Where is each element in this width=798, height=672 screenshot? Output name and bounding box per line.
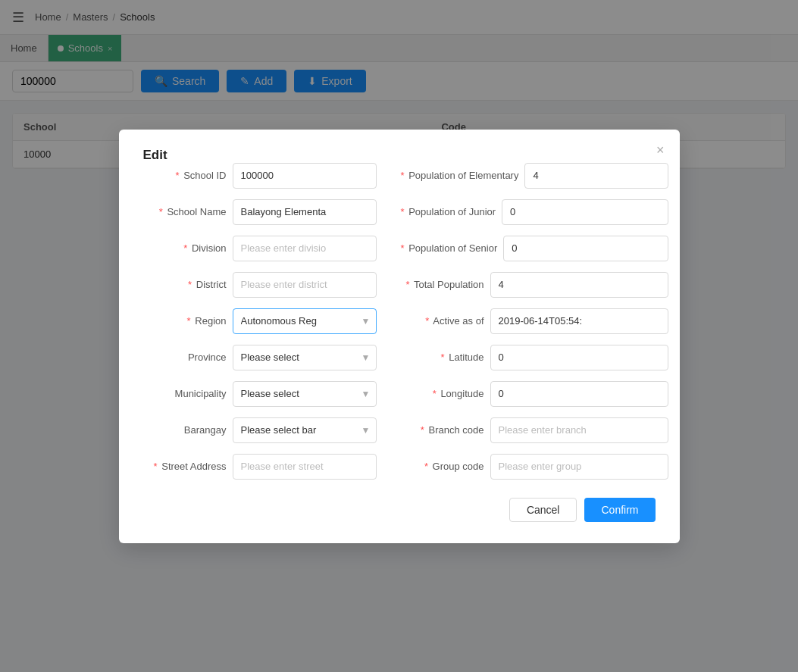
school-id-input[interactable] xyxy=(233,163,377,182)
modal-close-button[interactable]: × xyxy=(656,143,665,157)
field-pop-elem: * Population of Elementary xyxy=(401,163,669,182)
required-star: * xyxy=(175,170,179,181)
modal-title: Edit xyxy=(143,148,167,162)
pop-elem-label: * Population of Elementary xyxy=(401,170,519,181)
form-grid: * School ID * Population of Elementary *… xyxy=(143,163,656,182)
field-school-id: * School ID xyxy=(143,163,377,182)
modal-overlay: Edit × * School ID * Population of Eleme… xyxy=(0,0,798,181)
pop-elem-input[interactable] xyxy=(524,163,668,182)
school-id-label: * School ID xyxy=(143,170,227,181)
edit-modal: Edit × * School ID * Population of Eleme… xyxy=(119,130,680,182)
